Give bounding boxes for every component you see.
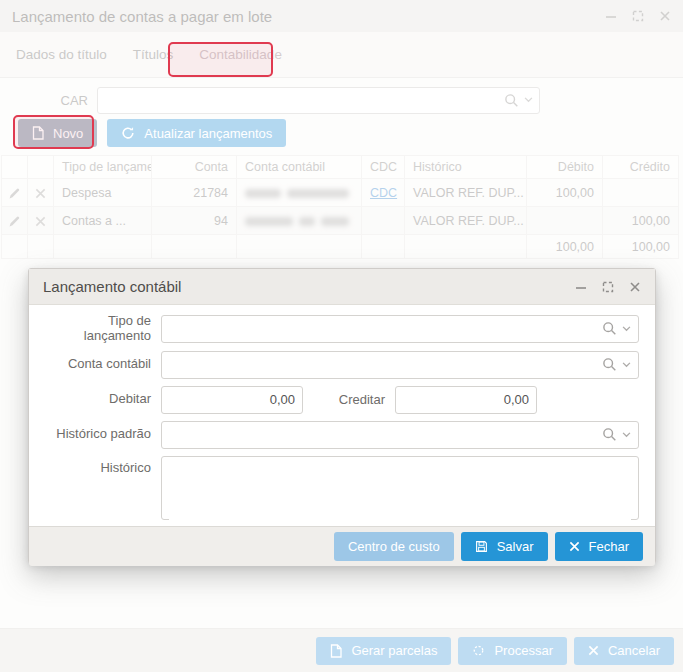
fechar-label: Fechar bbox=[589, 539, 629, 554]
creditar-input[interactable] bbox=[403, 392, 529, 407]
cell-conta-contabil-redacted bbox=[237, 207, 362, 235]
minimize-icon[interactable] bbox=[575, 281, 587, 293]
modal-window-controls bbox=[575, 281, 641, 293]
modal-title: Lançamento contábil bbox=[43, 278, 575, 295]
maximize-icon[interactable] bbox=[632, 10, 644, 22]
creditar-label: Creditar bbox=[303, 392, 395, 407]
chevron-down-icon[interactable] bbox=[622, 362, 631, 368]
novo-button[interactable]: Novo bbox=[18, 119, 97, 147]
tab-bar: Dados do título Títulos Contabilidade bbox=[0, 32, 683, 78]
window-titlebar: Lançamento de contas a pagar em lote bbox=[0, 0, 683, 32]
header-debito: Débito bbox=[527, 156, 603, 179]
lancamento-contabil-modal: Lançamento contábil Tipo de lançamento C… bbox=[28, 268, 656, 564]
tipo-lancamento-input[interactable] bbox=[169, 321, 602, 336]
cancelar-button[interactable]: Cancelar bbox=[574, 637, 674, 665]
gerar-parcelas-button[interactable]: Gerar parcelas bbox=[316, 637, 451, 665]
edit-pencil-icon[interactable] bbox=[8, 187, 21, 200]
novo-button-label: Novo bbox=[53, 126, 83, 141]
tab-contabilidade[interactable]: Contabilidade bbox=[199, 47, 282, 62]
edit-pencil-icon[interactable] bbox=[8, 215, 21, 228]
search-icon[interactable] bbox=[602, 321, 617, 336]
window-controls bbox=[605, 10, 671, 22]
modal-titlebar: Lançamento contábil bbox=[29, 269, 655, 305]
cell-cdc: CDC bbox=[362, 179, 405, 207]
close-icon[interactable] bbox=[659, 10, 671, 22]
close-x-icon bbox=[569, 541, 580, 552]
search-icon[interactable] bbox=[602, 427, 617, 442]
close-icon[interactable] bbox=[629, 281, 641, 293]
debitar-creditar-row: Debitar Creditar bbox=[45, 386, 639, 414]
fechar-button[interactable]: Fechar bbox=[555, 532, 643, 561]
header-credito: Crédito bbox=[603, 156, 679, 179]
modal-body: Tipo de lançamento Conta contábil bbox=[29, 305, 655, 526]
bottom-action-bar: Gerar parcelas Processar Cancelar bbox=[0, 628, 683, 672]
search-icon[interactable] bbox=[602, 357, 617, 372]
historico-textarea[interactable] bbox=[169, 461, 631, 523]
historico-label: Histórico bbox=[45, 456, 161, 476]
delete-x-icon[interactable] bbox=[35, 216, 46, 227]
historico-padrao-field bbox=[161, 421, 639, 449]
debitar-label: Debitar bbox=[45, 392, 161, 407]
header-tipo: Tipo de lançamento bbox=[54, 156, 152, 179]
chevron-down-icon[interactable] bbox=[622, 326, 631, 332]
modal-footer: Centro de custo Salvar Fechar bbox=[29, 526, 655, 566]
car-label: CAR bbox=[0, 93, 97, 108]
gerar-parcelas-label: Gerar parcelas bbox=[351, 643, 437, 658]
refresh-icon bbox=[121, 126, 135, 140]
chevron-down-icon[interactable] bbox=[622, 432, 631, 438]
cell-tipo: Despesa bbox=[54, 179, 152, 207]
total-debito: 100,00 bbox=[527, 235, 603, 259]
conta-contabil-input[interactable] bbox=[169, 357, 602, 372]
cdc-link[interactable]: CDC bbox=[370, 186, 397, 200]
lancamentos-table: Tipo de lançamento Conta Conta contábil … bbox=[1, 155, 679, 259]
historico-padrao-label: Histórico padrão bbox=[45, 427, 161, 442]
tab-dados-do-titulo[interactable]: Dados do título bbox=[16, 47, 107, 62]
cell-historico: VALOR REF. DUP... bbox=[405, 179, 527, 207]
table-row: Contas a ... 94 VALOR REF. DUP... 100,00 bbox=[2, 207, 679, 235]
historico-padrao-input[interactable] bbox=[169, 427, 602, 442]
conta-contabil-row: Conta contábil bbox=[45, 351, 639, 379]
chevron-down-icon[interactable] bbox=[524, 97, 533, 103]
car-field bbox=[97, 87, 540, 114]
car-input[interactable] bbox=[104, 93, 504, 108]
maximize-icon[interactable] bbox=[602, 281, 614, 293]
minimize-icon[interactable] bbox=[605, 10, 617, 22]
toolbar: Novo Atualizar lançamentos bbox=[18, 119, 286, 147]
atualizar-button-label: Atualizar lançamentos bbox=[144, 126, 272, 141]
cell-conta: 94 bbox=[152, 207, 237, 235]
processar-button[interactable]: Processar bbox=[458, 637, 567, 665]
total-credito: 100,00 bbox=[603, 235, 679, 259]
car-filter-row: CAR bbox=[0, 86, 540, 114]
tipo-lancamento-field bbox=[161, 315, 639, 343]
delete-x-icon[interactable] bbox=[35, 188, 46, 199]
table-header-row: Tipo de lançamento Conta Conta contábil … bbox=[2, 156, 679, 179]
debitar-input[interactable] bbox=[169, 392, 295, 407]
new-document-icon bbox=[32, 126, 44, 140]
window-title: Lançamento de contas a pagar em lote bbox=[12, 8, 605, 25]
tipo-lancamento-row: Tipo de lançamento bbox=[45, 314, 639, 344]
atualizar-lancamentos-button[interactable]: Atualizar lançamentos bbox=[107, 119, 286, 147]
conta-contabil-label: Conta contábil bbox=[45, 357, 161, 372]
historico-row: Histórico bbox=[45, 456, 639, 520]
table-totals-row: 100,00 100,00 bbox=[2, 235, 679, 259]
tab-titulos[interactable]: Títulos bbox=[133, 47, 174, 62]
cell-conta: 21784 bbox=[152, 179, 237, 207]
centro-de-custo-button[interactable]: Centro de custo bbox=[334, 532, 454, 561]
cell-historico: VALOR REF. DUP... bbox=[405, 207, 527, 235]
conta-contabil-field bbox=[161, 351, 639, 379]
cell-debito: 100,00 bbox=[527, 179, 603, 207]
new-document-icon bbox=[330, 644, 342, 658]
historico-field bbox=[161, 456, 639, 520]
cell-tipo: Contas a ... bbox=[54, 207, 152, 235]
table-row: Despesa 21784 CDC VALOR REF. DUP... 100,… bbox=[2, 179, 679, 207]
search-icon[interactable] bbox=[504, 93, 519, 108]
cancelar-label: Cancelar bbox=[608, 643, 660, 658]
salvar-button[interactable]: Salvar bbox=[461, 532, 548, 561]
historico-padrao-row: Histórico padrão bbox=[45, 421, 639, 449]
tipo-lancamento-label: Tipo de lançamento bbox=[45, 314, 161, 344]
centro-de-custo-label: Centro de custo bbox=[348, 539, 440, 554]
header-cdc: CDC bbox=[362, 156, 405, 179]
header-conta: Conta bbox=[152, 156, 237, 179]
cell-debito bbox=[527, 207, 603, 235]
save-floppy-icon bbox=[475, 540, 488, 553]
